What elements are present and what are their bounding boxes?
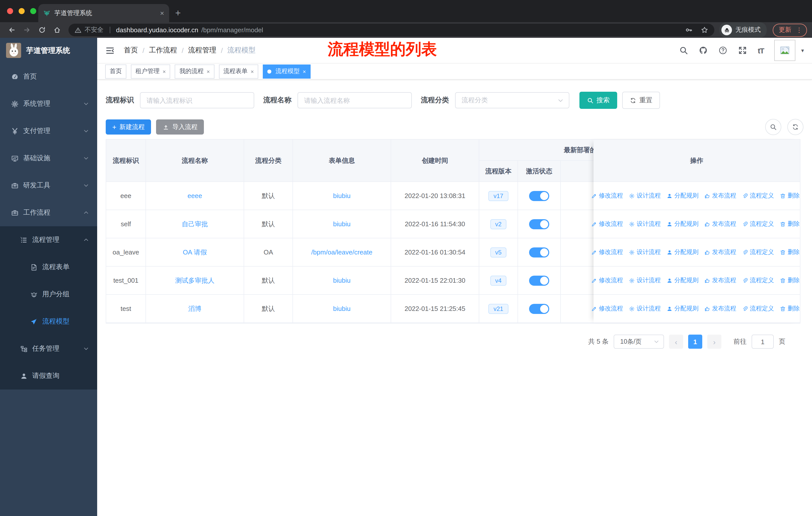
fullscreen-icon[interactable] [738, 46, 747, 55]
sidebar-item-8[interactable]: 用户分组 [0, 281, 97, 308]
home-icon[interactable] [50, 24, 63, 36]
action-delete-trash-link[interactable]: 删除 [780, 248, 800, 256]
action-delete-trash-link[interactable]: 删除 [780, 276, 800, 285]
action-design-gear-link[interactable]: 设计流程 [629, 248, 661, 256]
goto-page-input[interactable] [752, 334, 774, 349]
process-name-link[interactable]: 自己审批 [182, 219, 208, 228]
reload-icon[interactable] [35, 24, 48, 36]
reset-button[interactable]: 重置 [622, 92, 660, 109]
import-process-button[interactable]: 导入流程 [156, 119, 204, 135]
tag-close-icon[interactable]: × [163, 68, 166, 74]
action-design-gear-link[interactable]: 设计流程 [629, 276, 661, 285]
maximize-window-button[interactable] [30, 8, 36, 14]
action-delete-trash-link[interactable]: 删除 [780, 304, 800, 313]
next-page-button[interactable]: › [707, 334, 721, 349]
avatar-caret-icon[interactable]: ▾ [801, 47, 804, 54]
action-publish-thumb-link[interactable]: 发布流程 [704, 304, 736, 313]
active-status-toggle[interactable] [529, 219, 549, 229]
sidebar-item-9[interactable]: 流程模型 [0, 308, 97, 335]
action-edit-link[interactable]: 修改流程 [591, 220, 623, 228]
browser-update-button[interactable]: 更新 ⋮ [773, 23, 807, 36]
tag-close-icon[interactable]: × [303, 68, 306, 74]
close-window-button[interactable] [7, 8, 13, 14]
browser-tab[interactable]: 芋道管理系统 × [38, 4, 169, 22]
action-edit-link[interactable]: 修改流程 [591, 276, 623, 285]
sidebar-item-5[interactable]: 工作流程 [0, 199, 97, 226]
tag-3[interactable]: 流程表单× [219, 64, 259, 78]
action-definition-link-link[interactable]: 流程定义 [742, 248, 774, 256]
action-edit-link[interactable]: 修改流程 [591, 248, 623, 256]
action-delete-trash-link[interactable]: 删除 [780, 191, 800, 200]
page-size-select[interactable]: 10条/页 [614, 334, 664, 349]
process-name-input[interactable] [297, 92, 412, 108]
forward-icon[interactable] [20, 24, 33, 36]
action-publish-thumb-link[interactable]: 发布流程 [704, 276, 736, 285]
active-status-toggle[interactable] [529, 275, 549, 286]
new-tab-button[interactable]: + [175, 7, 181, 19]
action-design-gear-link[interactable]: 设计流程 [629, 220, 661, 228]
action-delete-trash-link[interactable]: 删除 [780, 220, 800, 228]
tag-0[interactable]: 首页 [105, 64, 126, 78]
version-badge[interactable]: v2 [490, 219, 506, 229]
version-badge[interactable]: v4 [490, 275, 506, 286]
action-publish-thumb-link[interactable]: 发布流程 [704, 191, 736, 200]
sidebar-item-2[interactable]: 支付管理 [0, 117, 97, 145]
form-info-link[interactable]: biubiu [333, 277, 350, 284]
process-category-select[interactable]: 流程分类 [455, 92, 569, 108]
refresh-table-icon[interactable] [787, 119, 804, 135]
browser-menu-dots-icon[interactable]: ⋮ [796, 26, 803, 34]
user-avatar[interactable] [775, 40, 795, 61]
password-key-icon[interactable] [685, 26, 693, 34]
search-button[interactable]: 搜索 [579, 92, 617, 109]
help-icon[interactable] [719, 46, 728, 55]
version-badge[interactable]: v5 [490, 247, 506, 257]
form-info-link[interactable]: biubiu [333, 220, 350, 228]
action-assign-user-link[interactable]: 分配规则 [666, 276, 698, 285]
form-info-link[interactable]: biubiu [333, 305, 350, 313]
collapse-menu-icon[interactable] [105, 46, 115, 55]
tab-close-icon[interactable]: × [160, 9, 164, 17]
action-definition-link-link[interactable]: 流程定义 [742, 220, 774, 228]
process-name-link[interactable]: 测试多审批人 [175, 276, 214, 285]
breadcrumb-item-1[interactable]: 工作流程 [149, 46, 177, 55]
tag-close-icon[interactable]: × [207, 68, 210, 74]
sidebar-item-7[interactable]: 流程表单 [0, 253, 97, 281]
address-bar[interactable]: 不安全 dashboard.yudao.iocoder.cn/bpm/manag… [68, 24, 714, 36]
minimize-window-button[interactable] [19, 8, 25, 14]
action-assign-user-link[interactable]: 分配规则 [666, 248, 698, 256]
active-status-toggle[interactable] [529, 304, 549, 314]
form-info-link[interactable]: biubiu [333, 192, 350, 199]
action-publish-thumb-link[interactable]: 发布流程 [704, 220, 736, 228]
current-page-button[interactable]: 1 [688, 334, 702, 349]
github-icon[interactable] [699, 46, 708, 55]
sidebar-item-0[interactable]: 首页 [0, 63, 97, 90]
process-name-link[interactable]: OA 请假 [183, 248, 207, 257]
prev-page-button[interactable]: ‹ [669, 334, 683, 349]
action-assign-user-link[interactable]: 分配规则 [666, 191, 698, 200]
action-design-gear-link[interactable]: 设计流程 [629, 304, 661, 313]
bookmark-star-icon[interactable] [701, 26, 708, 34]
breadcrumb-item-0[interactable]: 首页 [124, 46, 138, 55]
action-publish-thumb-link[interactable]: 发布流程 [704, 248, 736, 256]
show-search-toggle-icon[interactable] [765, 119, 781, 135]
tag-2[interactable]: 我的流程× [175, 64, 214, 78]
version-badge[interactable]: v17 [489, 191, 509, 201]
search-icon[interactable] [679, 46, 689, 55]
tag-1[interactable]: 租户管理× [131, 64, 170, 78]
active-status-toggle[interactable] [529, 247, 549, 257]
sidebar-item-6[interactable]: 流程管理 [0, 226, 97, 253]
action-assign-user-link[interactable]: 分配规则 [666, 220, 698, 228]
process-name-link[interactable]: 滔博 [188, 304, 201, 313]
breadcrumb-item-2[interactable]: 流程管理 [188, 46, 216, 55]
tag-4[interactable]: 流程模型× [263, 64, 311, 78]
sidebar-item-1[interactable]: 系统管理 [0, 90, 97, 117]
action-definition-link-link[interactable]: 流程定义 [742, 304, 774, 313]
version-badge[interactable]: v21 [489, 304, 509, 314]
create-process-button[interactable]: + 新建流程 [106, 119, 151, 135]
action-edit-link[interactable]: 修改流程 [591, 191, 623, 200]
process-name-link[interactable]: eeee [187, 192, 202, 199]
action-design-gear-link[interactable]: 设计流程 [629, 191, 661, 200]
font-size-icon[interactable]: tT [758, 46, 764, 55]
action-definition-link-link[interactable]: 流程定义 [742, 191, 774, 200]
action-edit-link[interactable]: 修改流程 [591, 304, 623, 313]
